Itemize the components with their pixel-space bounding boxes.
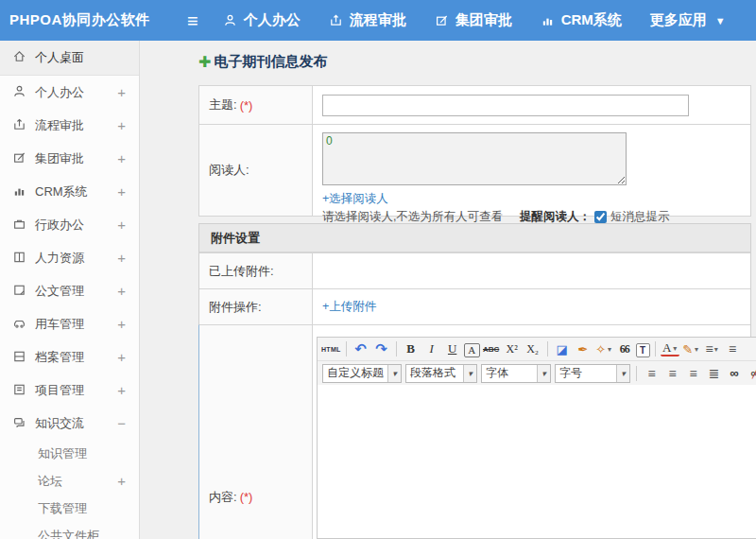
project-icon xyxy=(12,382,26,399)
sidebar-item-workflow-approval[interactable]: 流程审批 + xyxy=(0,109,139,142)
uploaded-attachments-label: 已上传附件: xyxy=(199,253,313,288)
attachment-section-header: 附件设置 xyxy=(199,224,750,252)
bold-icon[interactable]: B xyxy=(402,339,421,358)
blockquote-icon[interactable]: 66 xyxy=(615,339,634,358)
italic-icon[interactable]: I xyxy=(422,339,441,358)
chevron-down-icon[interactable]: ▾ xyxy=(616,365,629,382)
attachment-table: 附件设置 已上传附件: 附件操作: +上传附件 xyxy=(198,223,751,539)
highlight-pen-icon[interactable]: ✎ xyxy=(681,339,700,358)
superscript-icon[interactable]: X² xyxy=(503,339,522,358)
toolbar-separator xyxy=(547,341,548,356)
underline-icon[interactable]: U xyxy=(443,339,462,358)
expand-plus-icon[interactable]: + xyxy=(117,283,126,299)
top-nav: 个人办公 流程审批 集团审批 CRM系统 更多应用 ▼ xyxy=(223,11,726,29)
nav-item-crm[interactable]: CRM系统 xyxy=(541,11,622,29)
paste-text-icon[interactable]: T xyxy=(636,343,650,357)
edit-icon xyxy=(12,150,26,167)
required-mark: (*) xyxy=(240,490,253,504)
remind-readers-label: 提醒阅读人： xyxy=(520,209,591,225)
expand-plus-icon[interactable]: + xyxy=(117,349,126,365)
sidebar-item-archives[interactable]: 档案管理 + xyxy=(0,340,139,374)
sidebar-subitem-downloads[interactable]: 下载管理 xyxy=(0,495,139,522)
sidebar-item-crm[interactable]: CRM系统 + xyxy=(0,175,139,208)
workflow-icon xyxy=(329,13,343,27)
attachment-ops-row: 附件操作: +上传附件 xyxy=(199,288,750,324)
expand-plus-icon[interactable]: + xyxy=(117,217,126,233)
collapse-minus-icon[interactable]: − xyxy=(117,415,126,431)
sms-notify-checkbox[interactable] xyxy=(594,211,607,223)
heading-style-select[interactable]: 自定义标题 ▾ xyxy=(322,364,402,383)
expand-plus-icon[interactable]: + xyxy=(117,473,126,489)
nav-item-workflow-approval[interactable]: 流程审批 xyxy=(329,11,406,29)
expand-plus-icon[interactable]: + xyxy=(117,84,126,100)
select-readers-link[interactable]: +选择阅读人 xyxy=(322,191,388,207)
sidebar-item-desktop[interactable]: 个人桌面 xyxy=(0,41,139,76)
format-brush-icon[interactable]: ✒ xyxy=(574,339,593,358)
sidebar-item-admin-office[interactable]: 行政办公 + xyxy=(0,208,139,241)
align-left-icon[interactable]: ≡ xyxy=(642,364,661,383)
paragraph-format-select[interactable]: 段落格式 ▾ xyxy=(405,364,477,383)
expand-plus-icon[interactable]: + xyxy=(117,150,126,166)
sidebar-item-projects[interactable]: 项目管理 + xyxy=(0,374,139,407)
main-content: ✚ 电子期刊信息发布 主题:(*) 阅读人: xyxy=(140,41,756,539)
sidebar: 个人桌面 个人办公 + 流程审批 + 集团审批 + CRM系统 + 行政办公 + xyxy=(0,41,140,539)
align-center-icon[interactable]: ≡ xyxy=(662,364,681,383)
justify-icon[interactable]: ≣ xyxy=(704,364,723,383)
book-icon xyxy=(12,250,26,267)
nav-item-personal-office[interactable]: 个人办公 xyxy=(223,11,301,29)
sidebar-item-vehicle[interactable]: 用车管理 + xyxy=(0,307,139,340)
ordered-list-icon[interactable]: ≡ xyxy=(702,339,721,358)
redo-icon[interactable]: ↷ xyxy=(372,339,391,358)
eraser-icon[interactable]: ◪ xyxy=(553,339,572,358)
plus-icon: ✚ xyxy=(198,53,211,71)
readers-textarea[interactable]: 0 xyxy=(322,132,627,185)
strikethrough-icon[interactable]: ABC xyxy=(482,339,501,358)
hamburger-menu-icon[interactable]: ≡ xyxy=(187,11,198,30)
sidebar-item-personal-office[interactable]: 个人办公 + xyxy=(0,76,139,109)
readers-label: 阅读人: xyxy=(199,125,313,216)
unlink-icon[interactable]: ∞ xyxy=(746,364,756,383)
font-box-icon[interactable]: A xyxy=(464,343,480,357)
font-family-select[interactable]: 字体 ▾ xyxy=(481,364,551,383)
car-icon xyxy=(12,316,26,333)
align-right-icon[interactable]: ≡ xyxy=(683,364,702,383)
expand-plus-icon[interactable]: + xyxy=(117,117,126,133)
undo-icon[interactable]: ↶ xyxy=(352,339,370,358)
autotypeset-icon[interactable]: ✧ xyxy=(594,339,613,358)
sidebar-subitem-knowledge-mgmt[interactable]: 知识管理 xyxy=(0,440,139,467)
home-icon xyxy=(12,49,26,66)
sidebar-subitem-forum[interactable]: 论坛 + xyxy=(0,467,139,495)
rich-text-editor: HTML↶↷BIUAABCX²X₂◪✒✧66TA✎≡≡ 自定义标题 ▾ 段落格式… xyxy=(317,337,756,539)
subscript-icon[interactable]: X₂ xyxy=(524,339,542,358)
sidebar-item-knowledge[interactable]: 知识交流 − xyxy=(0,407,139,440)
nav-item-group-approval[interactable]: 集团审批 xyxy=(435,11,512,29)
nav-item-more-apps[interactable]: 更多应用 ▼ xyxy=(650,11,726,29)
toolbar-separator xyxy=(655,341,656,356)
sidebar-item-group-approval[interactable]: 集团审批 + xyxy=(0,142,139,175)
subject-row: 主题:(*) xyxy=(199,86,750,124)
chevron-down-icon[interactable]: ▾ xyxy=(463,365,476,382)
sidebar-item-official-docs[interactable]: 公文管理 + xyxy=(0,274,139,307)
chevron-down-icon[interactable]: ▾ xyxy=(387,365,401,382)
upload-attachment-link[interactable]: +上传附件 xyxy=(322,299,376,315)
unordered-list-icon[interactable]: ≡ xyxy=(723,339,742,358)
chevron-down-icon[interactable]: ▾ xyxy=(537,365,550,382)
app-logo[interactable]: PHPOA协同办公软件 xyxy=(0,11,187,29)
font-size-select[interactable]: 字号 ▾ xyxy=(555,364,630,383)
expand-plus-icon[interactable]: + xyxy=(117,316,126,332)
subject-input[interactable] xyxy=(322,95,689,116)
attachment-ops-label: 附件操作: xyxy=(199,289,313,324)
html-source-button[interactable]: HTML xyxy=(321,339,341,358)
document-icon xyxy=(12,283,26,300)
editor-content-area[interactable] xyxy=(318,385,756,538)
expand-plus-icon[interactable]: + xyxy=(117,183,126,200)
editor-toolbar-row2: 自定义标题 ▾ 段落格式 ▾ 字体 ▾ xyxy=(318,361,756,385)
expand-plus-icon[interactable]: + xyxy=(117,250,126,266)
user-icon xyxy=(12,84,26,101)
sidebar-subitem-public-cabinet[interactable]: 公共文件柜 xyxy=(0,522,139,539)
link-icon[interactable]: ∞ xyxy=(725,364,744,383)
readers-hint: 请选择阅读人,不选为所有人可查看 提醒阅读人： 短消息提示 xyxy=(322,209,741,225)
sidebar-item-hr[interactable]: 人力资源 + xyxy=(0,241,139,274)
expand-plus-icon[interactable]: + xyxy=(117,382,126,398)
font-color-icon[interactable]: A xyxy=(661,341,679,356)
